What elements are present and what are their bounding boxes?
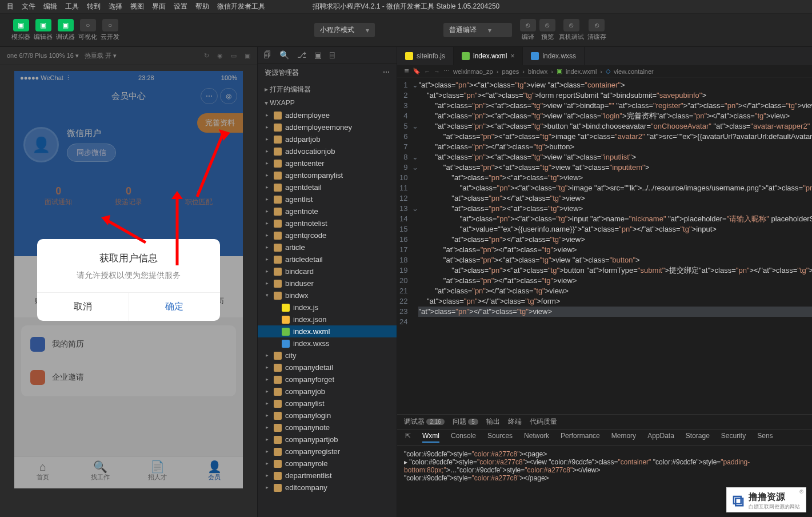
menu-item[interactable]: 微信开发者工具: [214, 1, 269, 13]
file-index.js[interactable]: index.js: [258, 301, 397, 313]
menu-item[interactable]: 选择: [105, 1, 126, 13]
folder-agentcenter[interactable]: agentcenter: [258, 157, 397, 169]
device-icon[interactable]: ▭: [231, 52, 237, 59]
menu-item[interactable]: 视图: [127, 1, 147, 13]
file-index.wxss[interactable]: index.wxss: [258, 337, 397, 349]
compile-dropdown[interactable]: 普通编译: [443, 23, 512, 37]
list-icon[interactable]: ≣: [404, 67, 409, 75]
explorer-panel: 🗐 🔍 ⎇ ▣ ⌸ 资源管理器 ⋯ 打开的编辑器 WXAPP addemploy…: [257, 47, 397, 517]
folder-editcompany[interactable]: editcompany: [258, 482, 397, 494]
modal-ok-button[interactable]: 确定: [129, 293, 221, 321]
folder-companylogin[interactable]: companylogin: [258, 409, 397, 421]
inspect-icon[interactable]: ⇱: [405, 432, 411, 443]
mode-dropdown[interactable]: 小程序模式: [314, 23, 375, 37]
folder-companyjob[interactable]: companyjob: [258, 385, 397, 397]
clear-icon[interactable]: ⎋清缓存: [587, 19, 606, 41]
files-icon[interactable]: 🗐: [263, 50, 271, 59]
menu-item[interactable]: 工具: [62, 1, 82, 13]
code-button[interactable]: ▣编辑器: [34, 19, 53, 41]
folder-departmentlist[interactable]: departmentlist: [258, 470, 397, 482]
menu-item[interactable]: 目: [3, 1, 17, 13]
folder-city[interactable]: city: [258, 349, 397, 361]
dbg-pane[interactable]: Sens: [757, 432, 773, 443]
ext-icon[interactable]: ▣: [314, 50, 322, 59]
code-editor[interactable]: "at">class="pn"><"at">class="tg">view "a…: [418, 78, 812, 414]
dbg-pane[interactable]: Security: [721, 432, 746, 443]
bug-button[interactable]: ▣调试器: [56, 19, 75, 41]
dbg-tab[interactable]: 调试器 2,16: [404, 417, 445, 427]
device-dropdown[interactable]: one 6/7/8 Plus 100% 16: [7, 52, 79, 59]
folder-companyforget[interactable]: companyforget: [258, 373, 397, 385]
folder-companypartjob[interactable]: companypartjob: [258, 434, 397, 446]
forward-icon[interactable]: →: [434, 68, 440, 75]
menu-item[interactable]: 转到: [83, 1, 104, 13]
folder-addpartjob[interactable]: addpartjob: [258, 133, 397, 145]
editor-panel: siteinfo.jsindex.wxml ×index.wxss ≣ 🔖 ← …: [397, 47, 812, 517]
menu-item[interactable]: 文件: [18, 1, 39, 13]
folder-companynote[interactable]: companynote: [258, 421, 397, 434]
folder-agentnotelist[interactable]: agentnotelist: [258, 217, 397, 229]
grid-button[interactable]: ○可视化: [78, 19, 97, 41]
editor-tab[interactable]: index.wxml ×: [454, 47, 523, 65]
folder-article[interactable]: article: [258, 241, 397, 253]
folder-agentlist[interactable]: agentlist: [258, 193, 397, 205]
dbg-pane[interactable]: Network: [524, 432, 549, 443]
section-wxapp[interactable]: WXAPP: [258, 97, 397, 109]
folder-bindwx[interactable]: bindwx: [258, 289, 397, 301]
folder-articledetail[interactable]: articledetail: [258, 253, 397, 265]
grid-icon: ○: [80, 19, 96, 31]
modal-cancel-button[interactable]: 取消: [37, 293, 129, 321]
editor-tab[interactable]: index.wxss: [523, 47, 585, 65]
menu-item[interactable]: 编辑: [40, 1, 61, 13]
dbg-pane[interactable]: Memory: [611, 432, 636, 443]
close-icon[interactable]: ×: [510, 52, 514, 60]
device-icon[interactable]: ⎋真机调试: [559, 19, 584, 41]
folder-agentqrcode[interactable]: agentqrcode: [258, 229, 397, 241]
record-icon[interactable]: ◉: [217, 52, 223, 59]
section-open-editors[interactable]: 打开的编辑器: [258, 82, 397, 97]
folder-companyrole[interactable]: companyrole: [258, 458, 397, 470]
dbg-pane[interactable]: AppData: [647, 432, 674, 443]
folder-companyregister[interactable]: companyregister: [258, 446, 397, 458]
folder-addemployee[interactable]: addemployee: [258, 109, 397, 121]
dbg-pane[interactable]: Storage: [686, 432, 710, 443]
cloud-button[interactable]: ○云开发: [101, 19, 119, 41]
inbox-icon[interactable]: ⌸: [330, 50, 334, 59]
folder-agentnote[interactable]: agentnote: [258, 205, 397, 217]
menu-item[interactable]: 帮助: [192, 1, 213, 13]
dbg-tab[interactable]: 输出: [486, 417, 500, 427]
refresh-icon[interactable]: ⎋编译: [520, 19, 536, 41]
bookmark-icon[interactable]: 🔖: [413, 67, 421, 75]
rotate-icon[interactable]: ↻: [204, 52, 209, 59]
more-icon[interactable]: ⋯: [383, 68, 390, 78]
dbg-tab[interactable]: 问题 5: [453, 417, 478, 427]
phone-button[interactable]: ▣模拟器: [11, 19, 30, 41]
folder-bindcard[interactable]: bindcard: [258, 265, 397, 277]
branch-icon[interactable]: ⎇: [297, 50, 306, 59]
file-index.json[interactable]: index.json: [258, 313, 397, 325]
watermark: ® ⧉ 撸撸资源白嫖互联网资源的网站: [726, 487, 806, 512]
dbg-pane[interactable]: Wxml: [422, 432, 439, 443]
folder-addemployeemoney[interactable]: addemployeemoney: [258, 121, 397, 133]
dbg-tab[interactable]: 代码质量: [530, 417, 557, 427]
dbg-pane[interactable]: Console: [451, 432, 476, 443]
dbg-pane[interactable]: Performance: [561, 432, 600, 443]
hotreload-dropdown[interactable]: 热重载 开: [85, 51, 117, 60]
folder-agentdetail[interactable]: agentdetail: [258, 181, 397, 193]
menu-item[interactable]: 界面: [149, 1, 169, 13]
dbg-pane[interactable]: Sources: [487, 432, 513, 443]
menu-item[interactable]: 设置: [170, 1, 191, 13]
folder-addvocationjob[interactable]: addvocationjob: [258, 145, 397, 157]
back-icon[interactable]: ←: [424, 68, 430, 75]
folder-binduser[interactable]: binduser: [258, 277, 397, 289]
layers-icon[interactable]: ▣: [245, 52, 250, 59]
folder-companydetail[interactable]: companydetail: [258, 361, 397, 373]
eye-icon[interactable]: ⎋预览: [539, 19, 555, 41]
search-icon[interactable]: 🔍: [279, 50, 289, 59]
folder-agentcompanylist[interactable]: agentcompanylist: [258, 169, 397, 181]
dbg-tab[interactable]: 终端: [508, 417, 522, 427]
folder-companylist[interactable]: companylist: [258, 397, 397, 409]
file-index.wxml[interactable]: index.wxml: [258, 325, 397, 337]
editor-tab[interactable]: siteinfo.js: [397, 47, 454, 65]
breadcrumb[interactable]: ≣ 🔖 ← → ⋯ weixinmao_zp › pages › bindwx …: [397, 65, 812, 78]
